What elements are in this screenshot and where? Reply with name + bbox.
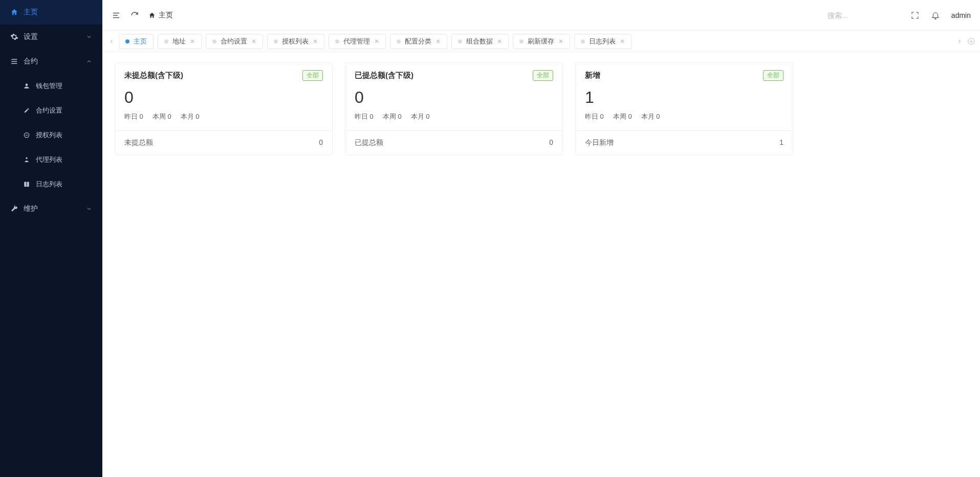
tools-icon [23,106,31,115]
sidebar-item-label: 授权列表 [36,131,92,140]
tab-5[interactable]: 配置分类✕ [390,34,447,49]
sidebar-item-home[interactable]: 主页 [0,0,102,25]
card-foot-label: 未提总额 [124,138,153,147]
username-dropdown[interactable]: admin [951,11,971,19]
card-stat-month: 本月 0 [411,112,430,121]
tab-dot-icon [274,39,278,44]
card-stat-month: 本月 0 [641,112,660,121]
stat-card-1: 已提总额(含下级) 全部 0 昨日 0 本周 0 本月 0 已提总额 0 [345,62,563,155]
close-icon[interactable]: ✕ [374,38,379,45]
tab-6[interactable]: 组合数据✕ [451,34,509,49]
tab-label: 日志列表 [589,37,616,46]
sidebar-item-maintain[interactable]: 维护 [0,197,102,221]
svg-point-2 [26,157,28,159]
search-input[interactable] [827,11,899,19]
chevron-down-icon [86,34,92,40]
sidebar: 主页 设置 合约 钱包管理 [0,0,102,477]
tab-7[interactable]: 刷新缓存✕ [513,34,570,49]
close-icon[interactable]: ✕ [435,38,441,45]
sidebar-item-wallet[interactable]: 钱包管理 [9,74,102,98]
tab-label: 代理管理 [343,37,370,46]
tab-4[interactable]: 代理管理✕ [329,34,386,49]
card-stat-yesterday: 昨日 0 [585,112,604,121]
sidebar-item-agent-list[interactable]: 代理列表 [9,147,102,172]
close-icon[interactable]: ✕ [558,38,563,45]
home-icon [148,12,156,19]
card-badge[interactable]: 全部 [302,70,323,81]
card-foot-value: 1 [779,138,783,147]
tab-label: 主页 [134,37,147,46]
sidebar-item-contract[interactable]: 合约 [0,49,102,74]
tab-dot-icon [335,39,339,44]
main-area: 主页 admin 主页地址✕合约设置✕授权列表✕代理管理✕配置分类✕组合数据✕刷… [102,0,980,477]
card-stat-yesterday: 昨日 0 [355,112,374,121]
close-icon[interactable]: ✕ [190,38,195,45]
tab-dot-icon [519,39,524,44]
book-icon [23,180,31,188]
wrench-icon [10,205,18,213]
tab-dot-icon [164,39,168,44]
bell-icon[interactable] [931,11,940,20]
card-stat-week: 本周 0 [613,112,632,121]
sidebar-item-label: 合约设置 [36,106,92,115]
tab-dot-icon [125,39,129,44]
sidebar-item-label: 设置 [24,32,86,41]
tab-dot-icon [397,39,401,44]
tab-dot-icon [581,39,585,44]
card-foot-label: 今日新增 [585,138,614,147]
sidebar-item-label: 维护 [24,204,86,213]
close-icon[interactable]: ✕ [313,38,318,45]
sidebar-item-label: 主页 [24,8,92,17]
gear-icon [10,33,18,41]
close-icon[interactable]: ✕ [497,38,502,45]
sidebar-item-auth-list[interactable]: 授权列表 [9,123,102,147]
content-area: 未提总额(含下级) 全部 0 昨日 0 本周 0 本月 0 未提总额 0 已提总… [102,52,980,477]
tab-0[interactable]: 主页 [119,34,154,49]
tab-1[interactable]: 地址✕ [158,34,202,49]
sidebar-item-label: 日志列表 [36,180,92,189]
user-icon [23,82,31,90]
tab-dot-icon [458,39,462,44]
person-icon [23,156,31,164]
tab-3[interactable]: 授权列表✕ [267,34,324,49]
sidebar-item-label: 合约 [24,57,86,66]
menu-collapse-icon[interactable] [112,11,121,20]
card-stat-month: 本月 0 [181,112,200,121]
chevron-down-icon [86,206,92,212]
tabs-close-all-icon[interactable] [967,37,976,46]
sidebar-item-settings[interactable]: 设置 [0,25,102,49]
card-main-value: 1 [576,85,793,112]
card-title: 未提总额(含下级) [124,71,183,80]
card-foot-label: 已提总额 [355,138,383,147]
fullscreen-icon[interactable] [910,11,920,20]
tab-2[interactable]: 合约设置✕ [206,34,263,49]
contract-icon [10,57,18,66]
tab-8[interactable]: 日志列表✕ [574,34,631,49]
card-foot-value: 0 [319,138,323,147]
stat-card-0: 未提总额(含下级) 全部 0 昨日 0 本周 0 本月 0 未提总额 0 [115,62,333,155]
tab-dot-icon [212,39,216,44]
close-icon[interactable]: ✕ [251,38,256,45]
sidebar-submenu-contract: 钱包管理 合约设置 授权列表 代理列表 [0,74,102,197]
tabs-scroll-left[interactable] [106,33,117,50]
tab-label: 组合数据 [466,37,493,46]
tab-label: 刷新缓存 [528,37,554,46]
card-title: 已提总额(含下级) [355,71,413,80]
card-stat-yesterday: 昨日 0 [124,112,143,121]
sidebar-item-contract-settings[interactable]: 合约设置 [9,98,102,123]
tab-label: 授权列表 [282,37,309,46]
refresh-icon[interactable] [130,11,139,20]
tab-label: 合约设置 [221,37,247,46]
sidebar-item-log-list[interactable]: 日志列表 [9,172,102,197]
breadcrumb-label: 主页 [159,11,173,20]
card-stat-week: 本周 0 [153,112,171,121]
chevron-up-icon [86,58,92,64]
tabs-scroll-right[interactable] [954,33,965,50]
card-main-value: 0 [115,85,332,112]
close-icon[interactable]: ✕ [620,38,625,45]
card-badge[interactable]: 全部 [533,70,553,81]
card-badge[interactable]: 全部 [763,70,783,81]
svg-point-0 [26,83,28,86]
card-main-value: 0 [345,85,562,112]
sidebar-item-label: 代理列表 [36,155,92,164]
